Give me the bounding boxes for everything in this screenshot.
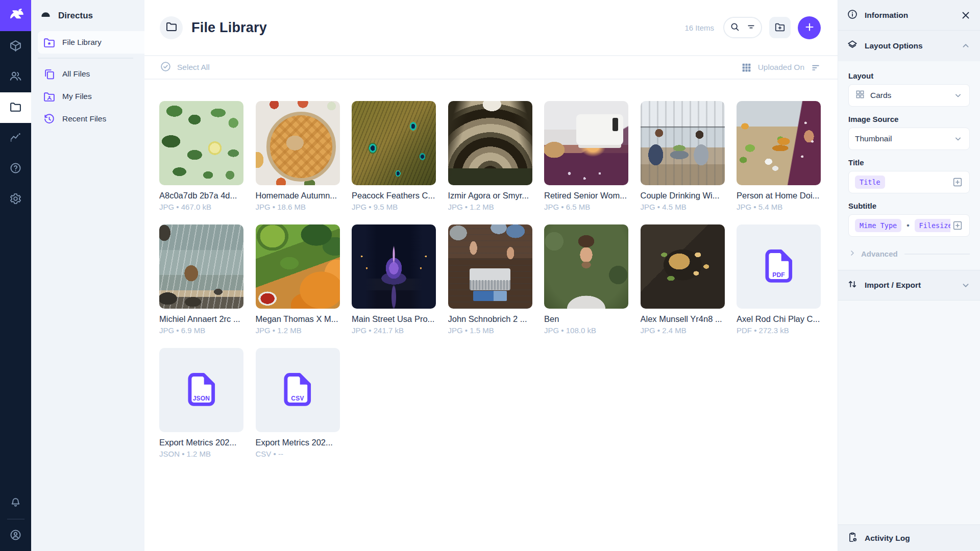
field-chip[interactable]: Mime Type [855,219,901,232]
file-card[interactable]: Alex Munsell Yr4n8 ... JPG • 2.4 MB [641,224,725,335]
file-thumbnail [544,101,628,185]
file-thumbnail: JSON [159,348,243,432]
title-template-input[interactable]: Title [848,171,970,193]
nav-item-file-library[interactable]: File Library [38,31,144,54]
title-field-label: Title [848,158,970,167]
chevron-down-icon [953,90,963,101]
new-folder-button[interactable] [769,17,791,38]
information-header: Information [838,0,980,31]
bell-icon [9,495,22,510]
grid-small-icon [855,89,865,102]
field-chip[interactable]: Title [855,176,885,189]
file-meta: JPG • 6.9 MB [159,326,243,335]
info-icon [847,9,858,22]
notifications-button[interactable] [0,487,31,518]
file-card[interactable]: Peacock Feathers C... JPG • 9.5 MB [352,101,436,211]
layout-options-accordion[interactable]: Layout Options [838,31,980,61]
nav-item-all-files[interactable]: All Files [38,63,144,85]
file-card[interactable]: Retired Senior Wom... JPG • 6.5 MB [544,101,628,211]
file-thumbnail [159,224,243,309]
file-title: Michiel Annaert 2rc ... [159,314,243,324]
module-bar [0,0,31,551]
app-root: Directus File Library All Files My Files… [0,0,980,551]
nav-divider [38,58,133,59]
info-sidebar: Information Layout Options Layout Cards … [838,0,980,551]
sort-direction-icon[interactable] [811,62,821,72]
nav-item-label: File Library [62,38,102,47]
filter-icon[interactable] [746,21,756,34]
file-card[interactable]: Homemade Autumn... JPG • 18.6 MB [256,101,340,211]
add-field-button[interactable] [950,218,965,233]
nav-item-recent-files[interactable]: Recent Files [38,108,144,130]
select-all-label: Select All [177,63,210,72]
history-icon [43,113,56,126]
user-circle-icon [9,529,22,543]
module-content[interactable] [0,31,31,62]
rabbit-icon [7,6,25,26]
image-source-select[interactable]: Thumbnail [848,128,970,150]
file-thumbnail [448,224,532,309]
layout-options-content: Layout Cards Image Source Thumbnail Titl… [838,61,980,270]
file-thumbnail [352,224,436,309]
project-header[interactable]: Directus [31,0,144,31]
page-title-badge [160,16,183,39]
module-insights[interactable] [0,123,31,154]
chevron-down-icon [953,134,963,144]
nav-item-my-files[interactable]: My Files [38,85,144,108]
file-card[interactable]: Couple Drinking Wi... JPG • 4.5 MB [641,101,725,211]
file-title: Axel Rod Chi Play C... [737,314,821,324]
page-header: File Library 16 Items [144,0,838,56]
chevron-up-icon [960,40,971,52]
file-card[interactable]: CSV Export Metrics 202... CSV • -- [256,348,340,458]
subtitle-template-input[interactable]: Mime Type • Filesize [848,214,970,237]
box-icon [9,39,22,54]
file-card[interactable]: JSON Export Metrics 202... JSON • 1.2 MB [159,348,243,458]
file-title: Export Metrics 202... [256,438,340,447]
file-type-label: CSV [282,395,313,402]
module-files[interactable] [0,92,31,123]
file-title: Peacock Feathers C... [352,191,436,201]
activity-log-button[interactable]: Activity Log [838,524,980,551]
file-type-label: JSON [186,395,217,402]
search-icon[interactable] [729,21,740,34]
module-users[interactable] [0,62,31,92]
file-thumbnail [159,101,243,185]
file-card-grid: A8c0a7db 2b7a 4d... JPG • 467.0 kB Homem… [144,80,838,458]
file-meta: JPG • 108.0 kB [544,326,628,335]
card-size-icon[interactable] [741,62,752,73]
advanced-label: Advanced [861,249,898,258]
select-all-button[interactable]: Select All [160,61,210,74]
advanced-toggle[interactable]: Advanced [848,249,970,259]
file-card[interactable]: Izmir Agora or Smyr... JPG • 1.2 MB [448,101,532,211]
layout-select[interactable]: Cards [848,84,970,107]
nav-sidebar: Directus File Library All Files My Files… [31,0,144,551]
gear-icon [9,192,22,207]
file-card[interactable]: A8c0a7db 2b7a 4d... JPG • 467.0 kB [159,101,243,211]
layout-options-title: Layout Options [865,41,923,51]
item-count: 16 Items [684,23,714,32]
add-field-button[interactable] [950,175,965,189]
module-help[interactable] [0,154,31,184]
sort-field-button[interactable]: Uploaded On [758,63,804,72]
file-card[interactable]: Main Street Usa Pro... JPG • 241.7 kB [352,224,436,335]
import-export-accordion[interactable]: Import / Export [838,270,980,300]
panel-spacer [838,300,980,524]
chevron-down-icon [960,280,971,291]
folder-icon [9,101,22,115]
file-card[interactable]: Ben JPG • 108.0 kB [544,224,628,335]
file-meta: JPG • 6.5 MB [544,203,628,211]
project-icon [40,10,52,21]
file-title: Alex Munsell Yr4n8 ... [641,314,725,324]
close-icon[interactable] [960,10,971,21]
user-menu-button[interactable] [0,520,31,551]
add-file-button[interactable] [798,16,821,39]
file-card[interactable]: Person at Home Doi... JPG • 5.4 MB [737,101,821,211]
directus-logo[interactable] [0,0,31,31]
chevron-right-icon [848,249,856,259]
file-card[interactable]: PDF Axel Rod Chi Play C... PDF • 272.3 k… [737,224,821,335]
module-settings[interactable] [0,184,31,215]
file-card[interactable]: Michiel Annaert 2rc ... JPG • 6.9 MB [159,224,243,335]
file-card[interactable]: Megan Thomas X M... JPG • 1.2 MB [256,224,340,335]
search-filter-pill[interactable] [723,17,762,38]
file-card[interactable]: John Schnobrich 2 ... JPG • 1.5 MB [448,224,532,335]
